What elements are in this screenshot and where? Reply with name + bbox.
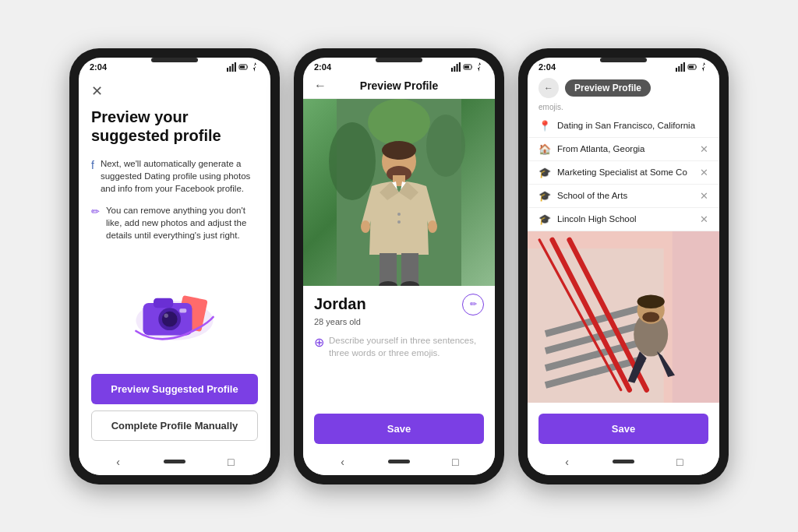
time-2: 2:04 (314, 62, 331, 72)
nav-square-3[interactable]: □ (671, 453, 688, 470)
profile-photo-2 (303, 99, 495, 286)
time-3: 2:04 (538, 62, 556, 72)
svg-rect-11 (154, 298, 173, 308)
screen1-content: ✕ Preview your suggested profile f Next,… (79, 73, 270, 449)
nav-home-3[interactable] (613, 460, 634, 463)
phone-3: 2:04 ← Preview Profile emojis. 📍 Dating … (518, 48, 729, 484)
complete-profile-manually-button[interactable]: Complete Profile Manually (91, 410, 258, 441)
svg-rect-46 (697, 66, 697, 68)
plus-icon[interactable]: ⊕ (314, 335, 324, 350)
battery-icon-3 (699, 62, 708, 72)
profile-name-row: Jordan ✏ (314, 294, 484, 315)
svg-rect-1 (229, 66, 231, 72)
nav-back-1[interactable]: ‹ (110, 453, 127, 470)
phone-2: 2:04 ← Preview Profile (294, 48, 504, 484)
svg-rect-19 (459, 62, 461, 72)
status-bar-3: 2:04 (528, 58, 719, 73)
pencil-icon: ✏ (91, 205, 100, 219)
three-phones-scene: 2:04 ✕ Preview your suggested profile f … (69, 48, 729, 484)
save-button-3[interactable]: Save (538, 414, 708, 444)
signal-icon-2 (463, 62, 472, 72)
detail-row-2: 🎓 Marketing Specialist at Some Co ✕ (528, 161, 719, 185)
detail-row-3: 🎓 School of the Arts ✕ (528, 185, 719, 208)
edit-icon-circle[interactable]: ✏ (462, 294, 484, 315)
nav-home-1[interactable] (164, 460, 185, 463)
profile-age: 28 years old (314, 317, 484, 326)
svg-point-14 (164, 313, 168, 317)
facebook-icon: f (91, 158, 94, 174)
time-1: 2:04 (90, 62, 107, 72)
save-button-2[interactable]: Save (314, 414, 484, 444)
battery-icon (250, 62, 260, 72)
bio-row: ⊕ Describe yourself in three sentences, … (314, 334, 484, 359)
preview-badge: Preview Profile (565, 79, 651, 97)
camera-svg (128, 275, 221, 345)
preview-suggested-profile-button[interactable]: Preview Suggested Profile (91, 374, 258, 404)
nav-square-1[interactable]: □ (222, 453, 239, 470)
detail-icon-4: 🎓 (538, 213, 551, 225)
status-icons-3 (676, 62, 708, 72)
nav-back-3[interactable]: ‹ (559, 453, 576, 470)
detail-row-4: 🎓 Lincoln High School ✕ (528, 208, 719, 231)
svg-marker-47 (702, 62, 705, 72)
svg-point-13 (162, 312, 178, 327)
detail-x-4[interactable]: ✕ (700, 213, 708, 225)
screen2-info: Jordan ✏ 28 years old ⊕ Describe yoursel… (303, 286, 495, 403)
svg-rect-5 (240, 65, 245, 68)
screen2-header: ← Preview Profile (303, 73, 495, 99)
screen1-title: Preview your suggested profile (91, 107, 258, 145)
svg-point-60 (637, 294, 665, 308)
wifi-icon-2 (451, 62, 461, 72)
svg-point-25 (329, 122, 376, 200)
nav-square-2[interactable]: □ (447, 453, 464, 470)
svg-rect-42 (681, 64, 683, 72)
svg-rect-21 (464, 65, 469, 68)
phone-3-screen: 2:04 ← Preview Profile emojis. 📍 Dating … (528, 58, 719, 475)
info-item-1: f Next, we'll automatically generate a s… (91, 157, 258, 195)
svg-point-32 (397, 213, 401, 216)
close-button[interactable]: ✕ (91, 84, 258, 98)
profile-name: Jordan (314, 295, 366, 313)
signal-icon (238, 62, 248, 72)
svg-marker-7 (253, 62, 256, 72)
svg-point-61 (642, 312, 659, 322)
person-svg-2 (303, 99, 495, 286)
detail-icon-2: 🎓 (538, 167, 551, 178)
svg-rect-36 (380, 253, 397, 286)
detail-x-3[interactable]: ✕ (700, 190, 708, 202)
svg-rect-43 (683, 62, 685, 72)
svg-point-26 (426, 115, 465, 177)
battery-icon-2 (475, 62, 484, 72)
nav-bar-2: ‹ □ (303, 449, 495, 475)
svg-point-29 (382, 141, 416, 160)
staircase-svg (528, 231, 719, 403)
nav-home-2[interactable] (388, 460, 410, 463)
svg-rect-40 (676, 68, 677, 72)
wifi-icon (227, 62, 236, 72)
photo-container-3 (528, 231, 719, 403)
detail-icon-0: 📍 (538, 120, 551, 132)
screen2-title: Preview Profile (360, 79, 438, 92)
back-arrow-2[interactable]: ← (314, 79, 327, 93)
profile-photo-3 (528, 231, 719, 403)
detail-row-1: 🏠 From Atlanta, Georgia ✕ (528, 138, 719, 161)
nav-back-2[interactable]: ‹ (334, 453, 351, 470)
save-btn-area-3: Save (528, 403, 719, 449)
nav-bar-3: ‹ □ (528, 449, 719, 475)
screen3-header: ← Preview Profile (528, 73, 719, 103)
detail-icon-1: 🏠 (538, 143, 551, 155)
svg-rect-3 (235, 62, 236, 72)
info-text-2: You can remove anything you don't like, … (106, 204, 258, 241)
save-btn-area-2: Save (303, 403, 495, 449)
phone-1-screen: 2:04 ✕ Preview your suggested profile f … (79, 58, 270, 475)
bio-placeholder[interactable]: Describe yourself in three sentences, th… (329, 334, 484, 359)
svg-rect-15 (179, 308, 186, 312)
detail-x-2[interactable]: ✕ (700, 167, 708, 178)
back-circle-3[interactable]: ← (538, 78, 559, 98)
nav-bar-1: ‹ □ (79, 449, 270, 475)
detail-x-1[interactable]: ✕ (700, 143, 708, 155)
svg-marker-23 (478, 62, 481, 72)
status-bar-1: 2:04 (79, 58, 270, 73)
svg-rect-37 (401, 253, 418, 286)
phone-1: 2:04 ✕ Preview your suggested profile f … (69, 48, 280, 484)
